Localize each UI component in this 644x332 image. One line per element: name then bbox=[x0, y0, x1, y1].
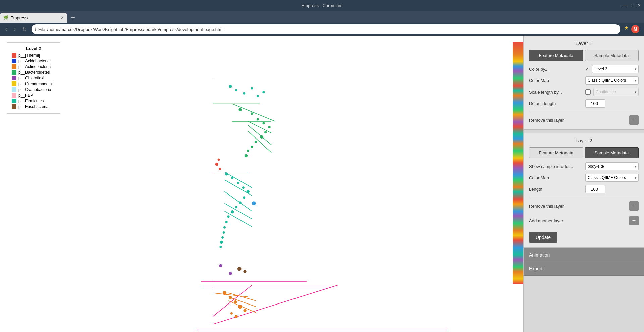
layer1-scale-select[interactable]: Confidence bbox=[593, 88, 639, 96]
maximize-btn[interactable]: □ bbox=[631, 3, 634, 8]
legend-color-swatch bbox=[12, 87, 16, 92]
tab-label: Empress bbox=[10, 15, 28, 20]
add-layer-label: Add another layer bbox=[529, 218, 629, 223]
layer1-sample-metadata-btn[interactable]: Sample Metadata bbox=[585, 50, 639, 61]
close-btn[interactable]: × bbox=[638, 3, 641, 8]
svg-point-53 bbox=[223, 231, 225, 234]
layer2-color-map-select[interactable]: Classic QIIME Colors Viridis Plasma bbox=[585, 174, 639, 182]
legend-color-swatch bbox=[12, 93, 16, 98]
legend-item: p__FBP bbox=[12, 93, 55, 98]
layer2-feature-metadata-btn[interactable]: Feature Metadata bbox=[529, 147, 583, 158]
svg-point-44 bbox=[242, 186, 245, 189]
tab-favicon: 🌿 bbox=[3, 15, 8, 20]
svg-point-30 bbox=[238, 108, 241, 111]
svg-point-17 bbox=[252, 201, 256, 205]
svg-point-29 bbox=[262, 91, 265, 93]
layer1-scale-checkbox[interactable] bbox=[585, 89, 591, 95]
svg-point-28 bbox=[257, 95, 259, 97]
svg-point-40 bbox=[245, 154, 248, 157]
legend-item-label: p__FBP bbox=[18, 93, 33, 98]
legend-item: p__Firmicutes bbox=[12, 99, 55, 103]
layer2-divider bbox=[529, 197, 639, 197]
update-btn[interactable]: Update bbox=[529, 232, 557, 243]
window-controls[interactable]: — □ × bbox=[622, 3, 641, 8]
layer1-divider bbox=[529, 111, 639, 111]
layer1-default-length-input[interactable] bbox=[585, 99, 605, 108]
layer1-title: Layer 1 bbox=[529, 40, 639, 46]
layer1-remove-row: Remove this layer − bbox=[529, 115, 639, 125]
animation-section[interactable]: Animation bbox=[524, 248, 644, 262]
legend-item-label: p__Acidobacteria bbox=[18, 59, 50, 63]
svg-point-50 bbox=[227, 215, 230, 218]
svg-point-32 bbox=[257, 118, 259, 121]
svg-point-63 bbox=[229, 296, 232, 299]
address-bar: ‹ › ↻ ℹ File /home/marcus/Dropbox/Work/K… bbox=[0, 23, 644, 36]
svg-point-46 bbox=[243, 196, 245, 199]
legend-color-swatch bbox=[12, 53, 16, 58]
new-tab-btn[interactable]: + bbox=[68, 13, 78, 23]
svg-point-41 bbox=[225, 172, 228, 175]
back-btn[interactable]: ‹ bbox=[3, 25, 9, 33]
export-section[interactable]: Export bbox=[524, 262, 644, 276]
url-text: /home/marcus/Dropbox/Work/KnightLab/Empr… bbox=[47, 27, 224, 32]
reload-btn[interactable]: ↻ bbox=[20, 25, 29, 33]
layer1-color-by-select[interactable]: Level 3 Level 1 Level 2 Level 4 bbox=[592, 65, 639, 73]
svg-point-22 bbox=[219, 264, 222, 267]
svg-point-31 bbox=[251, 112, 253, 115]
svg-point-48 bbox=[235, 206, 237, 208]
layer2-color-map-control: Classic QIIME Colors Viridis Plasma bbox=[585, 174, 639, 182]
layer1-section: Layer 1 Feature Metadata Sample Metadata… bbox=[524, 36, 644, 130]
window-title: Empress - Chromium bbox=[302, 3, 343, 8]
layer2-color-map-row: Color Map Classic QIIME Colors Viridis P… bbox=[529, 174, 639, 182]
minimize-btn[interactable]: — bbox=[622, 3, 627, 8]
legend-item: p__Chloroflexi bbox=[12, 76, 55, 80]
svg-point-26 bbox=[243, 92, 245, 95]
legend-item-label: p__Firmicutes bbox=[18, 99, 44, 103]
legend-item: p__Cyanobacteria bbox=[12, 87, 55, 92]
layer2-title: Layer 2 bbox=[529, 137, 639, 143]
legend-item-label: p__[Thermi] bbox=[18, 53, 40, 58]
svg-rect-0 bbox=[53, 36, 471, 332]
legend-item: p__[Thermi] bbox=[12, 53, 55, 58]
add-layer-area: Add another layer + bbox=[529, 216, 639, 225]
export-label: Export bbox=[529, 266, 542, 271]
update-area: Update bbox=[529, 229, 639, 243]
layer1-color-by-checkmark: ✓ bbox=[585, 66, 589, 72]
tab-bar: 🌿 Empress × + bbox=[0, 11, 644, 23]
layer2-length-input[interactable] bbox=[585, 185, 605, 193]
layer2-remove-label: Remove this layer bbox=[529, 204, 629, 209]
svg-point-66 bbox=[243, 309, 246, 312]
layer2-length-row: Length bbox=[529, 185, 639, 193]
url-scheme: File bbox=[38, 27, 45, 32]
layer2-sample-metadata-btn[interactable]: Sample Metadata bbox=[585, 147, 639, 158]
layer2-btn-group: Feature Metadata Sample Metadata bbox=[529, 147, 639, 158]
layer1-color-by-row: Color by... ✓ Level 3 Level 1 Level 2 Le… bbox=[529, 65, 639, 73]
legend-color-swatch bbox=[12, 70, 16, 75]
layer1-btn-group: Feature Metadata Sample Metadata bbox=[529, 50, 639, 61]
layer1-remove-label: Remove this layer bbox=[529, 118, 629, 123]
layer1-color-map-select[interactable]: Classic QIIME Colors Viridis Plasma bbox=[585, 76, 639, 85]
forward-btn[interactable]: › bbox=[12, 25, 17, 33]
legend-item-label: p__Chloroflexi bbox=[18, 76, 44, 80]
address-input[interactable]: ℹ File /home/marcus/Dropbox/Work/KnightL… bbox=[32, 24, 620, 34]
layer2-show-sample-select[interactable]: body-site age sex subject bbox=[585, 162, 639, 170]
layer1-color-by-control: Level 3 Level 1 Level 2 Level 4 bbox=[592, 65, 639, 73]
tree-area: Level 2 p__[Thermi]p__Acidobacteriap__Ac… bbox=[0, 36, 523, 332]
bookmark-icon[interactable]: ★ bbox=[624, 25, 629, 33]
add-layer-btn[interactable]: + bbox=[629, 216, 639, 225]
profile-btn[interactable]: M bbox=[631, 25, 639, 33]
layer1-scale-control: Confidence bbox=[593, 88, 639, 96]
layer1-color-map-control: Classic QIIME Colors Viridis Plasma bbox=[585, 76, 639, 85]
svg-point-27 bbox=[251, 87, 253, 90]
svg-point-33 bbox=[262, 122, 265, 124]
svg-point-55 bbox=[220, 241, 223, 244]
layer2-remove-btn[interactable]: − bbox=[629, 201, 639, 211]
svg-point-45 bbox=[247, 190, 250, 193]
legend-box: Level 2 p__[Thermi]p__Acidobacteriap__Ac… bbox=[7, 42, 60, 114]
tab-close-btn[interactable]: × bbox=[61, 15, 64, 20]
layer2-color-map-label: Color Map bbox=[529, 175, 583, 180]
active-tab[interactable]: 🌿 Empress × bbox=[0, 13, 67, 23]
layer1-feature-metadata-btn[interactable]: Feature Metadata bbox=[529, 50, 583, 61]
layer1-remove-btn[interactable]: − bbox=[629, 115, 639, 125]
svg-point-65 bbox=[238, 305, 242, 309]
